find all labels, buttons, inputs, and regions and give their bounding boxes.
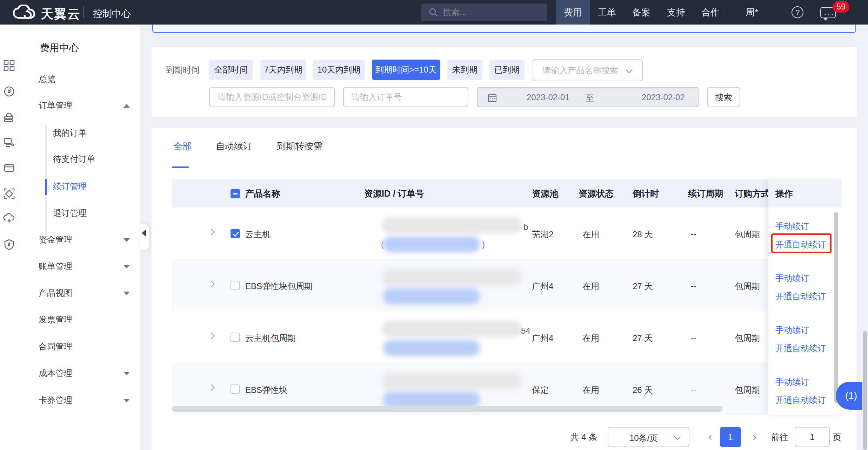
redacted-resource-id bbox=[382, 373, 522, 389]
select-all-checkbox[interactable] bbox=[231, 189, 240, 198]
chevron-down-icon bbox=[123, 238, 130, 242]
sidebar-item-invoice-management[interactable]: 发票管理 bbox=[18, 312, 140, 327]
sidebar-item-coupon-management[interactable]: 卡券管理 bbox=[18, 393, 140, 408]
next-page-button[interactable]: › bbox=[752, 430, 757, 444]
col-order-type: 订购方式 bbox=[735, 179, 770, 207]
tabs-bottom-border bbox=[172, 168, 836, 168]
nav-item-support[interactable]: 支持 bbox=[666, 0, 687, 25]
row-checkbox[interactable] bbox=[231, 281, 240, 290]
filter-10days-button[interactable]: 10天内到期 bbox=[313, 60, 365, 80]
navbar-search[interactable] bbox=[421, 4, 547, 21]
shield-icon[interactable] bbox=[3, 239, 15, 251]
resource-id-fragment: b bbox=[523, 222, 528, 232]
sidebar-item-bill-management[interactable]: 账单管理 bbox=[18, 259, 140, 274]
apps-grid-icon[interactable] bbox=[3, 60, 15, 71]
tab-expire-to-ondemand[interactable]: 到期转按需 bbox=[277, 140, 322, 152]
sidebar-item-contract-management[interactable]: 合同管理 bbox=[18, 339, 140, 354]
row-checkbox[interactable] bbox=[231, 384, 240, 394]
expand-row-icon[interactable] bbox=[208, 280, 215, 287]
table-vertical-scrollbar[interactable] bbox=[834, 212, 838, 403]
date-range-picker[interactable]: 2023-02-01 至 2023-02-02 bbox=[477, 87, 699, 107]
cell-renew-cycle: -- bbox=[690, 384, 696, 394]
filter-not-due-button[interactable]: 未到期 bbox=[447, 60, 482, 80]
tab-auto-renew[interactable]: 自动续订 bbox=[216, 140, 252, 152]
resource-icon[interactable] bbox=[3, 188, 15, 200]
sidebar-item-product-view[interactable]: 产品视图 bbox=[18, 285, 140, 301]
filter-7days-button[interactable]: 7天内到期 bbox=[260, 60, 306, 80]
expand-row-icon[interactable] bbox=[208, 229, 215, 236]
manual-renew-link[interactable]: 手动续订 bbox=[775, 325, 809, 336]
sidebar-divider bbox=[28, 60, 131, 60]
date-from-value[interactable]: 2023-02-01 bbox=[527, 93, 570, 102]
enable-auto-renew-link[interactable]: 开通自动续订 bbox=[775, 291, 826, 302]
order-number-input[interactable] bbox=[343, 87, 468, 107]
redacted-resource-id bbox=[382, 321, 522, 337]
filter-expired-button[interactable]: 已到期 bbox=[489, 60, 525, 80]
sidebar-item-my-orders[interactable]: 我的订单 bbox=[18, 125, 140, 141]
nav-item-filing[interactable]: 备案 bbox=[631, 0, 652, 25]
nav-item-partner[interactable]: 合作 bbox=[700, 0, 721, 25]
table-header: 产品名称 资源ID / 订单号 资源池 资源状态 倒计时 续订周期 订购方式 bbox=[172, 179, 839, 207]
dashboard-icon[interactable] bbox=[3, 86, 15, 97]
cloud-server-icon[interactable] bbox=[3, 111, 15, 123]
cell-renew-cycle: -- bbox=[690, 333, 696, 342]
table-row: EBS弹性块包周期 广州4 在用 27 天 -- 包周期 bbox=[172, 259, 839, 311]
help-icon[interactable]: ? bbox=[792, 6, 803, 18]
manual-renew-link[interactable]: 手动续订 bbox=[775, 376, 809, 388]
floating-count-badge[interactable]: (1) bbox=[836, 382, 867, 410]
search-input[interactable] bbox=[443, 6, 541, 19]
table-row: 云主机 b ( ) 芜湖2 在用 28 天 -- 包周期 bbox=[172, 207, 839, 259]
expand-row-icon[interactable] bbox=[208, 332, 215, 339]
card-icon[interactable] bbox=[3, 162, 15, 174]
product-name-select[interactable]: 请输入产品名称搜索 bbox=[533, 59, 643, 81]
page-scrollbar-thumb[interactable] bbox=[863, 331, 867, 450]
current-page-button[interactable]: 1 bbox=[720, 427, 741, 447]
search-button[interactable]: 搜索 bbox=[707, 87, 740, 107]
sidebar-item-overview[interactable]: 总览 bbox=[18, 71, 140, 87]
cell-status: 在用 bbox=[582, 384, 599, 396]
sidebar-item-unpaid-orders[interactable]: 待支付订单 bbox=[18, 151, 140, 167]
cell-countdown: 27 天 bbox=[633, 333, 653, 344]
expand-row-icon[interactable] bbox=[208, 384, 215, 391]
vpc-icon[interactable] bbox=[3, 136, 15, 148]
prev-page-button[interactable]: ‹ bbox=[708, 430, 713, 444]
row-checkbox[interactable] bbox=[231, 333, 240, 342]
chevron-down-icon bbox=[626, 66, 633, 73]
sidebar-collapse-handle[interactable] bbox=[140, 224, 149, 250]
filter-gte10days-button[interactable]: 到期时间>=10天 bbox=[372, 60, 440, 80]
sidebar-item-renewal-management[interactable]: 续订管理 bbox=[18, 179, 140, 194]
chevron-up-icon bbox=[123, 104, 130, 108]
sidebar-item-order-management[interactable]: 订单管理 bbox=[18, 98, 140, 113]
redacted-order-link[interactable] bbox=[383, 236, 480, 252]
sidebar-item-funds-management[interactable]: 资金管理 bbox=[18, 232, 140, 247]
cell-product: EBS弹性块 bbox=[245, 384, 287, 396]
action-column-header: 操作 bbox=[768, 179, 842, 207]
sidebar-item-cost-management[interactable]: 成本管理 bbox=[18, 366, 140, 381]
manual-renew-link[interactable]: 手动续订 bbox=[775, 273, 809, 284]
tab-all[interactable]: 全部 bbox=[173, 140, 192, 152]
redacted-order-link[interactable] bbox=[383, 340, 480, 356]
resource-id-input[interactable] bbox=[209, 87, 335, 107]
enable-auto-renew-link[interactable]: 开通自动续订 bbox=[775, 395, 826, 406]
table-horizontal-scrollbar[interactable] bbox=[172, 406, 723, 412]
filter-panel: 到期时间 全部时间 7天内到期 10天内到期 到期时间>=10天 未到期 已到期… bbox=[152, 47, 857, 117]
sidebar-item-unsubscribe-management[interactable]: 退订管理 bbox=[18, 205, 140, 221]
page-scrollbar[interactable] bbox=[862, 25, 868, 450]
cloud-sync-icon[interactable] bbox=[3, 213, 15, 225]
nav-item-tickets[interactable]: 工单 bbox=[596, 0, 617, 25]
expire-time-label: 到期时间 bbox=[166, 64, 200, 76]
nav-user[interactable]: 周* bbox=[740, 0, 763, 25]
filter-all-time-button[interactable]: 全部时间 bbox=[209, 60, 253, 80]
page-size-select[interactable]: 10条/页 bbox=[608, 427, 689, 447]
goto-page-input[interactable] bbox=[795, 427, 830, 447]
nav-item-fees[interactable]: 费用 bbox=[556, 0, 590, 25]
date-to-value[interactable]: 2023-02-02 bbox=[642, 93, 685, 102]
enable-auto-renew-link[interactable]: 开通自动续订 bbox=[775, 343, 826, 354]
cell-order-type: 包周期 bbox=[735, 384, 760, 396]
row-checkbox[interactable] bbox=[231, 229, 240, 238]
cloud-logo[interactable] bbox=[13, 5, 36, 20]
manual-renew-link[interactable]: 手动续订 bbox=[775, 221, 809, 232]
console-label[interactable]: 控制中心 bbox=[93, 7, 131, 20]
redacted-order-link[interactable] bbox=[383, 288, 480, 304]
cell-product: EBS弹性块包周期 bbox=[245, 281, 313, 292]
